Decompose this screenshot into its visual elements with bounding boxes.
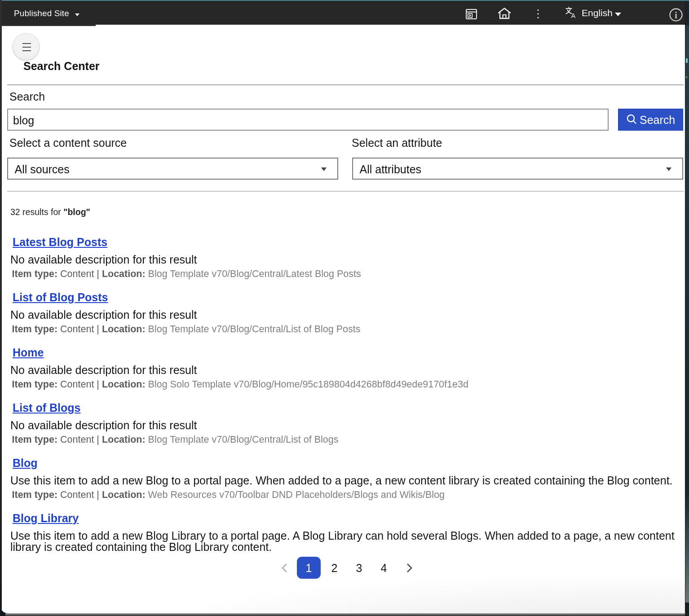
svg-text:i: i: [675, 10, 677, 20]
svg-text:A: A: [571, 12, 576, 19]
